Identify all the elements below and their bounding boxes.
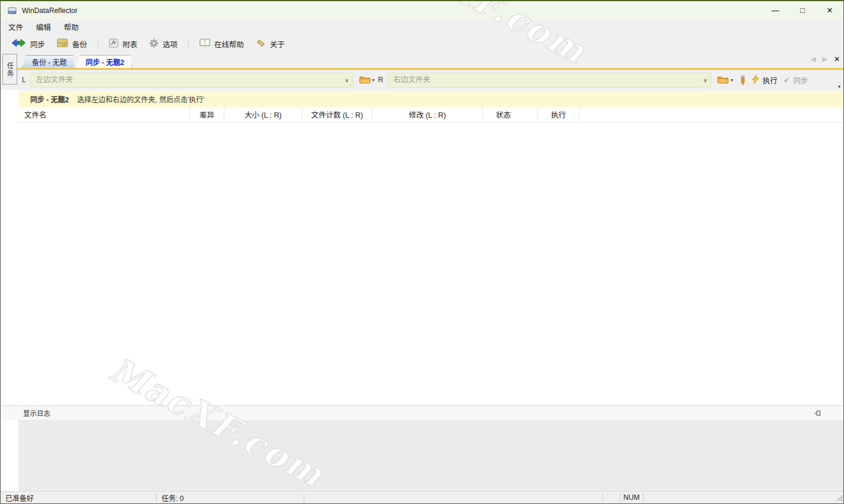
sidebar-tab-label: 任务: [5, 62, 15, 77]
toolbar-sync-button[interactable]: 同步: [5, 36, 51, 52]
menu-bar: 文件 编辑 帮助: [1, 20, 843, 34]
app-window: WinDataReflector — □ ✕ 文件 编辑 帮助 同步: [0, 0, 844, 504]
folder-icon: [359, 75, 371, 85]
pin-icon[interactable]: [814, 409, 822, 417]
check-icon: ✔: [783, 75, 790, 85]
sync-button[interactable]: ✔ 同步: [783, 75, 808, 86]
toolbar-backup-button[interactable]: 备份: [51, 36, 93, 52]
toolbar-overflow-icon[interactable]: ▾: [838, 84, 840, 89]
window-controls: — □ ✕: [762, 1, 843, 20]
menu-help[interactable]: 帮助: [57, 20, 85, 34]
show-log-label[interactable]: 显示日志: [23, 408, 50, 418]
file-table-header: 文件名 差异 大小 (L : R) 文件计数 (L : R) 修改 (L : R…: [18, 107, 843, 122]
execute-button[interactable]: 执行: [752, 75, 777, 86]
resize-grip[interactable]: [835, 493, 843, 503]
folder-selection-bar: L ∨ ▾ R ∨ ▾: [1, 70, 843, 90]
folder-dropdown-icon[interactable]: ▾: [372, 77, 375, 83]
schedule-icon: [109, 38, 118, 50]
close-button[interactable]: ✕: [816, 1, 843, 20]
toolbar-separator: [188, 38, 189, 50]
toolbar-options-label: 选项: [163, 38, 178, 50]
toolbar-online-help-label: 在线帮助: [214, 38, 244, 50]
tab-backup-untitled[interactable]: 备份 - 无题: [22, 55, 75, 68]
statusbar-separator: [304, 493, 304, 502]
folder-dropdown-icon[interactable]: ▾: [730, 77, 733, 83]
statusbar-separator: [643, 493, 643, 502]
toolbar-options-button[interactable]: 选项: [143, 36, 183, 52]
edit-pencil-icon[interactable]: [740, 75, 746, 85]
tab-sync-untitled2[interactable]: 同步 - 无题2: [76, 55, 132, 68]
column-header-size[interactable]: 大小 (L : R): [224, 107, 302, 122]
gear-icon: [149, 38, 159, 50]
left-folder-letter: L: [22, 76, 26, 84]
status-tasks-text: 任务: 0: [157, 493, 304, 503]
tab-scroll-right-icon[interactable]: ▷: [823, 57, 827, 62]
task-tab-strip: 备份 - 无题 同步 - 无题2 ◁ ▷ ✕: [1, 53, 843, 68]
sync-arrows-icon: [11, 38, 26, 49]
status-bar: 已准备好 任务: 0 NUM: [1, 491, 843, 503]
status-num-indicator: NUM: [620, 493, 643, 502]
column-header-modified[interactable]: 修改 (L : R): [372, 107, 483, 122]
menu-edit[interactable]: 编辑: [30, 20, 57, 34]
right-folder-combobox[interactable]: ∨: [387, 73, 711, 88]
window-title: WinDataReflector: [22, 7, 78, 15]
toolbar-backup-label: 备份: [72, 38, 87, 50]
right-browse-folder-button[interactable]: ▾: [717, 75, 733, 85]
info-bar-message: 选择左边和右边的文件夹, 然后点击'执行': [77, 94, 204, 104]
tab-close-icon[interactable]: ✕: [834, 56, 840, 63]
about-tag-icon: [256, 38, 266, 49]
column-header-filename[interactable]: 文件名: [18, 107, 190, 122]
left-folder-input[interactable]: [36, 76, 343, 84]
right-folder-letter: R: [378, 76, 384, 84]
toolbar-separator: [98, 38, 98, 50]
file-list-area[interactable]: [1, 122, 843, 405]
toolbar-schedule-button[interactable]: 附表: [103, 36, 143, 52]
column-header-filecount[interactable]: 文件计数 (L : R): [302, 107, 372, 122]
column-header-status[interactable]: 状态: [483, 107, 538, 122]
log-header-bar: 显示日志: [1, 405, 843, 420]
chevron-down-icon[interactable]: ∨: [703, 77, 707, 83]
right-folder-input[interactable]: [393, 76, 701, 84]
title-bar: WinDataReflector — □ ✕: [1, 1, 843, 20]
tab-label: 备份 - 无题: [32, 57, 67, 67]
log-panel[interactable]: [18, 420, 843, 491]
app-logo-icon: [8, 6, 17, 15]
left-browse-folder-button[interactable]: ▾: [359, 75, 375, 85]
menu-file[interactable]: 文件: [2, 20, 30, 34]
backup-folder-icon: [57, 38, 68, 49]
statusbar-separator: [603, 493, 603, 502]
minimize-button[interactable]: —: [762, 1, 789, 20]
info-bar: 同步 - 无题2 选择左边和右边的文件夹, 然后点击'执行': [18, 90, 843, 107]
folder-icon: [717, 75, 729, 85]
toolbar-online-help-button[interactable]: 在线帮助: [194, 36, 250, 52]
info-bar-title: 同步 - 无题2: [30, 94, 69, 104]
toolbar-schedule-label: 附表: [123, 38, 137, 50]
chevron-down-icon[interactable]: ∨: [344, 77, 349, 83]
sync-label: 同步: [793, 75, 808, 86]
toolbar-about-button[interactable]: 关于: [250, 36, 291, 52]
toolbar-about-label: 关于: [270, 38, 285, 50]
toolbar-sync-label: 同步: [30, 38, 45, 50]
tab-label: 同步 - 无题2: [86, 57, 124, 67]
column-header-execute[interactable]: 执行: [538, 107, 579, 122]
tab-navigation: ◁ ▷ ✕: [811, 56, 840, 63]
left-folder-combobox[interactable]: ∨: [30, 73, 353, 88]
tab-scroll-left-icon[interactable]: ◁: [811, 57, 816, 62]
maximize-button[interactable]: □: [789, 1, 816, 20]
column-header-difference[interactable]: 差异: [190, 107, 224, 122]
help-book-icon: [199, 38, 210, 49]
sidebar-tab-tasks[interactable]: 任务: [2, 54, 17, 85]
toolbar: 同步 备份 附表: [1, 34, 843, 53]
execute-label: 执行: [762, 75, 777, 86]
status-ready-text: 已准备好: [1, 493, 156, 503]
lightning-icon: [752, 75, 759, 86]
